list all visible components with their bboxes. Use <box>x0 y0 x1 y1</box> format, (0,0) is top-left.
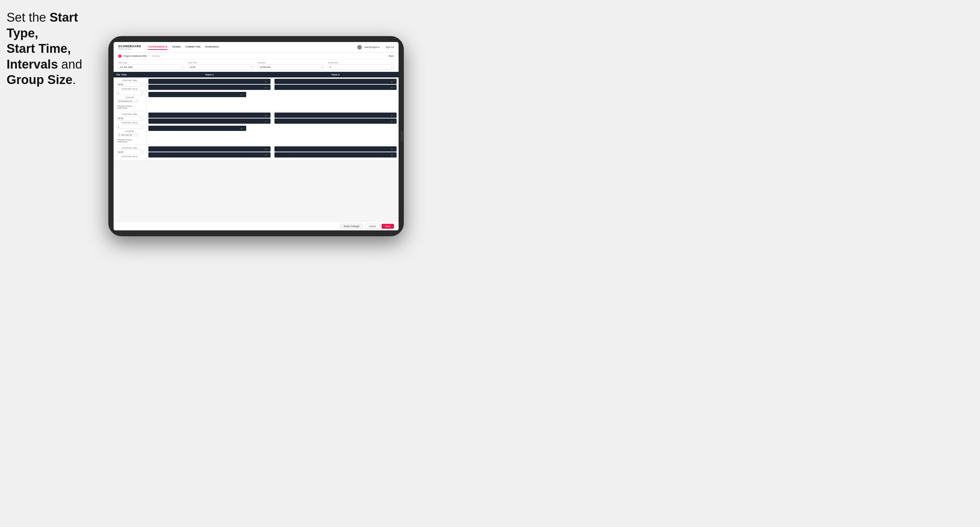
expand-icon-3[interactable]: ⊞ <box>241 94 242 96</box>
nav-tab-rankings[interactable]: RANKINGS <box>205 44 219 50</box>
table-header: Tee Time Team 1 Team 2 <box>114 72 399 78</box>
group-block-3: STARTING TIME: 10:20 ⏱ STARTING HOLE: ⊞ … <box>114 145 399 160</box>
remove-player-icon-14[interactable]: × <box>394 154 395 156</box>
course-edit-icon-2[interactable]: ✎ <box>135 133 137 136</box>
back-button[interactable]: ‹ Back <box>387 55 394 57</box>
start-time-value: 10:00 <box>190 66 196 68</box>
group-left-3: STARTING TIME: 10:20 ⏱ STARTING HOLE: <box>114 145 146 160</box>
col-team2: Team 2 <box>272 72 399 78</box>
starting-time-input-2[interactable]: 10:10 ⏱ <box>116 116 143 121</box>
starting-hole-label-1: STARTING HOLE: <box>116 88 143 90</box>
player-row-4-1[interactable]: ⊞ × <box>274 113 396 118</box>
group-layout-3: STARTING TIME: 10:20 ⏱ STARTING HOLE: ⊞ … <box>114 145 399 160</box>
starting-time-input-3[interactable]: 10:20 ⏱ <box>116 150 143 154</box>
course-remove-icon-2[interactable]: × <box>133 134 135 136</box>
course-tag-1[interactable]: (A) Peachtree GC × ✎ <box>116 99 139 103</box>
col-team1: Team 1 <box>146 72 272 78</box>
player-row-3-3[interactable]: ⊞ × <box>148 126 246 131</box>
expand-icon[interactable]: ⊞ <box>265 80 267 83</box>
expand-icon-5[interactable]: ⊞ <box>391 86 393 89</box>
starting-hole-label-3: STARTING HOLE: <box>116 156 143 157</box>
group-left-2: STARTING TIME: 10:10 ⏱ STARTING HOLE: 1 … <box>114 111 146 145</box>
main-content[interactable]: STARTING TIME: 10:00 ⏱ STARTING HOLE: 1 … <box>114 78 399 222</box>
intervals-label: Intervals <box>258 62 324 63</box>
starting-time-input-1[interactable]: 10:00 ⏱ <box>116 82 143 87</box>
player-row-5-2[interactable]: ⊞ × <box>148 152 270 157</box>
nav-tabs: TOURNAMENTS TEAMS COMMITTEE RANKINGS <box>148 44 357 50</box>
group-size-label: Group Size <box>328 62 394 63</box>
remove-player-icon-2[interactable]: × <box>268 86 269 88</box>
clock-icon-3: ⏱ <box>140 151 142 153</box>
footer-bar: Reset Changes Cancel Save <box>114 222 399 230</box>
start-time-select[interactable]: 10:00 ⏱ <box>188 64 254 70</box>
start-time-label: Start Time <box>188 62 254 63</box>
course-edit-icon-1[interactable]: ✎ <box>135 100 137 102</box>
player-row-1-1[interactable]: ⊞ × <box>148 79 270 84</box>
player-row-2-1[interactable]: ⊞ × <box>274 79 396 84</box>
intervals-value: 10 Minutes <box>260 66 271 68</box>
remove-player-icon-8[interactable]: × <box>243 127 245 129</box>
expand-icon-9[interactable]: ⊞ <box>391 114 393 116</box>
remove-player-icon-4[interactable]: × <box>394 80 395 83</box>
intervals-select[interactable]: 10 Minutes ▾ <box>258 64 324 70</box>
group-size-select[interactable]: 3 ▾ <box>328 64 394 70</box>
course-remove-icon-1[interactable]: × <box>134 100 135 102</box>
app-logo: SCOREBOARD Powered by clippd <box>118 44 141 50</box>
starting-hole-input-2[interactable]: 1 ▾ <box>116 124 143 129</box>
cancel-button[interactable]: Cancel <box>365 224 380 229</box>
breadcrumb-left: C Clippd Invitational (Me) › Hosting <box>118 54 159 58</box>
expand-icon-10[interactable]: ⊞ <box>391 120 393 122</box>
expand-icon-13[interactable]: ⊞ <box>391 148 393 150</box>
expand-icon-7[interactable]: ⊞ <box>265 120 267 122</box>
player-row-4-2[interactable]: ⊞ × <box>274 119 396 124</box>
nav-tab-committee[interactable]: COMMITTEE <box>186 44 201 50</box>
logo-main-text: SCOREBOARD <box>118 44 141 48</box>
remove-player-icon-7[interactable]: × <box>268 120 269 122</box>
nav-tab-teams[interactable]: TEAMS <box>172 44 181 50</box>
remove-player-icon[interactable]: × <box>268 80 269 83</box>
chevron-hole-1: ▾ <box>141 92 142 94</box>
expand-icon-2[interactable]: ⊞ <box>265 86 267 89</box>
expand-icon-4[interactable]: ⊞ <box>391 80 393 83</box>
remove-group-link-1[interactable]: ○ Remove Group <box>116 105 143 107</box>
expand-icon-6[interactable]: ⊞ <box>265 114 267 116</box>
save-button[interactable]: Save <box>382 224 394 229</box>
add-group-link-2[interactable]: + Add Group <box>116 141 143 143</box>
remove-player-icon-3[interactable]: × <box>243 94 245 95</box>
tablet-device: SCOREBOARD Powered by clippd TOURNAMENTS… <box>108 36 404 236</box>
player-row-3-2[interactable]: ⊞ × <box>148 119 270 124</box>
remove-icon-2: ○ <box>116 138 118 141</box>
expand-icon-12[interactable]: ⊞ <box>265 154 267 156</box>
starting-hole-input-1[interactable]: 1 ▾ <box>116 90 143 95</box>
start-type-select[interactable]: 1st Tee Start ▾ <box>118 64 184 70</box>
remove-group-link-2[interactable]: ○ Remove Group <box>116 138 143 141</box>
player-row-1-3[interactable]: ⊞ × <box>148 92 246 97</box>
reset-changes-button[interactable]: Reset Changes <box>340 224 363 229</box>
player-row-3-1[interactable]: ⊞ × <box>148 113 270 118</box>
remove-player-icon-10[interactable]: × <box>394 120 395 122</box>
logo-sub-text: Powered by clippd <box>118 48 141 50</box>
player-row-5-1[interactable]: ⊞ × <box>148 146 270 152</box>
expand-icon-11[interactable]: ⊞ <box>265 148 267 150</box>
player-row-6-1[interactable]: ⊞ × <box>274 146 396 152</box>
nav-tab-tournaments[interactable]: TOURNAMENTS <box>148 44 167 50</box>
remove-player-icon-9[interactable]: × <box>394 114 395 116</box>
breadcrumb-tournament[interactable]: Clippd Invitational (Me) <box>123 55 147 57</box>
course-tag-2[interactable]: 🏌 East Lake GC × ✎ <box>116 133 139 137</box>
remove-player-icon-11[interactable]: × <box>268 148 269 150</box>
sign-out-link[interactable]: Sign out <box>385 46 394 48</box>
tournament-icon: C <box>118 54 121 58</box>
player-row-2-2[interactable]: ⊞ × <box>274 85 396 90</box>
instruction-text: Set the Start Type, Start Time, Interval… <box>6 10 108 88</box>
remove-player-icon-6[interactable]: × <box>268 114 269 116</box>
expand-icon-8[interactable]: ⊞ <box>241 127 242 130</box>
expand-icon-14[interactable]: ⊞ <box>391 154 393 156</box>
player-row-6-2[interactable]: ⊞ × <box>274 152 396 157</box>
player-row-1-2[interactable]: ⊞ × <box>148 85 270 90</box>
remove-player-icon-12[interactable]: × <box>268 154 269 156</box>
add-group-link-1[interactable]: + Add Group <box>116 107 143 109</box>
intervals-group: Intervals 10 Minutes ▾ <box>258 62 324 70</box>
breadcrumb-bar: C Clippd Invitational (Me) › Hosting ‹ B… <box>114 52 399 60</box>
remove-player-icon-13[interactable]: × <box>394 148 395 150</box>
remove-player-icon-5[interactable]: × <box>394 86 395 88</box>
